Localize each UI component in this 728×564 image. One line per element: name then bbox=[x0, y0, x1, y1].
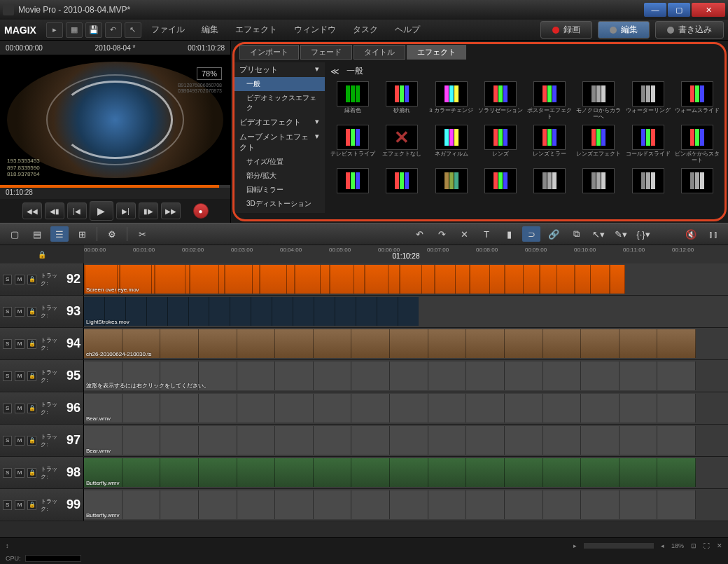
effect-item[interactable]: ソラリゼーション bbox=[478, 81, 523, 121]
effect-item[interactable] bbox=[626, 168, 671, 207]
clip[interactable]: Bear.wmv bbox=[84, 426, 696, 455]
effect-item[interactable]: ウォームスライド bbox=[675, 81, 720, 121]
mute-button[interactable]: M bbox=[15, 500, 24, 510]
solo-button[interactable]: S bbox=[3, 468, 12, 478]
effect-item[interactable] bbox=[330, 168, 375, 207]
effect-item[interactable] bbox=[429, 168, 474, 207]
minimize-button[interactable]: — bbox=[644, 3, 666, 17]
effect-item[interactable]: ネガフィルム bbox=[429, 125, 474, 164]
effect-item[interactable] bbox=[527, 168, 572, 207]
view-mode-4-icon[interactable]: ⊞ bbox=[73, 226, 91, 242]
mute-button[interactable]: M bbox=[15, 468, 24, 478]
group-icon[interactable]: ⧉ bbox=[567, 226, 585, 242]
effect-item[interactable]: コールドスライド bbox=[626, 125, 671, 164]
undo-tl-icon[interactable]: ↶ bbox=[410, 226, 428, 242]
mute-button[interactable]: M bbox=[15, 307, 24, 317]
lock-button[interactable]: 🔒 bbox=[27, 371, 36, 381]
tree-item[interactable]: ビデオミックスエフェク bbox=[234, 91, 325, 115]
lock-button[interactable]: 🔒 bbox=[27, 468, 36, 478]
track-body[interactable]: LightStrokes.mov bbox=[84, 296, 728, 327]
link-icon[interactable]: 🔗 bbox=[545, 226, 563, 242]
track-body[interactable]: Bear.wmv bbox=[84, 392, 728, 424]
menu-file[interactable]: ファイル bbox=[144, 24, 192, 36]
delete-icon[interactable]: ✕ bbox=[455, 226, 473, 242]
fit-icon[interactable]: ⊡ bbox=[691, 542, 696, 549]
track-body[interactable]: Bear.wmv bbox=[84, 425, 728, 456]
tab-fade[interactable]: フェード bbox=[300, 45, 352, 60]
mute-button[interactable]: M bbox=[15, 436, 24, 446]
view-mode-1-icon[interactable]: ▢ bbox=[6, 226, 24, 242]
track-body[interactable]: Butterfly.wmv bbox=[84, 489, 728, 521]
back-icon[interactable]: ≪ bbox=[330, 67, 340, 76]
scissors-icon[interactable]: ✂ bbox=[133, 226, 151, 242]
preview-timebar[interactable]: 01:10:28 bbox=[0, 185, 230, 199]
tree-item[interactable]: プリセット▾ bbox=[234, 62, 325, 77]
cursor-icon[interactable]: ↖ bbox=[125, 22, 141, 38]
marker-icon[interactable]: ▮ bbox=[500, 226, 518, 242]
clip[interactable]: Screen over eye.mov bbox=[84, 265, 625, 294]
prev-frame-button[interactable]: ◀▮ bbox=[45, 202, 64, 219]
goto-end-button[interactable]: ▶▶ bbox=[161, 202, 181, 219]
clip[interactable]: 波形を表示するには右クリックをしてください。 bbox=[84, 362, 696, 390]
mode-burn-button[interactable]: 書き込み bbox=[655, 21, 724, 39]
effect-item[interactable]: ピンボケからスタート bbox=[675, 125, 720, 164]
solo-button[interactable]: S bbox=[3, 500, 12, 510]
lock-button[interactable]: 🔒 bbox=[27, 275, 36, 284]
lock-button[interactable]: 🔒 bbox=[27, 436, 36, 446]
menu-window[interactable]: ウィンドウ bbox=[287, 24, 343, 36]
track-body[interactable]: Screen over eye.mov bbox=[84, 263, 728, 295]
effect-item[interactable]: 縁着色 bbox=[330, 81, 375, 121]
undo-icon[interactable]: ↶ bbox=[105, 22, 122, 38]
solo-button[interactable]: S bbox=[3, 371, 12, 381]
solo-button[interactable]: S bbox=[3, 307, 12, 317]
mute-icon[interactable]: 🔇 bbox=[682, 226, 700, 242]
effect-item[interactable]: ポスターエフェクト bbox=[527, 81, 572, 121]
effect-item[interactable]: ✕エフェクトなし bbox=[379, 125, 424, 164]
lock-button[interactable]: 🔒 bbox=[27, 339, 36, 349]
tree-item[interactable]: 部分/拡大 bbox=[234, 169, 325, 183]
clip[interactable]: Bear.wmv bbox=[84, 394, 696, 422]
mute-button[interactable]: M bbox=[15, 404, 24, 413]
tab-title[interactable]: タイトル bbox=[354, 45, 405, 60]
magnet-icon[interactable]: ⊃ bbox=[522, 226, 540, 242]
clip[interactable]: Butterfly.wmv bbox=[84, 458, 696, 487]
gear-icon[interactable]: ⚙ bbox=[103, 226, 121, 242]
collapse-icon[interactable]: ✕ bbox=[717, 542, 722, 549]
maximize-button[interactable]: ▢ bbox=[668, 3, 690, 17]
bracket-icon[interactable]: {·}▾ bbox=[634, 226, 652, 242]
redo-tl-icon[interactable]: ↷ bbox=[433, 226, 451, 242]
solo-button[interactable]: S bbox=[3, 275, 12, 284]
tree-item[interactable]: 回転/ミラー bbox=[234, 183, 325, 197]
solo-button[interactable]: S bbox=[3, 404, 12, 413]
track-body[interactable]: ch26-20100624-210030.ts bbox=[84, 328, 728, 359]
zoom-in-icon[interactable]: ◂ bbox=[661, 542, 664, 549]
track-body[interactable]: 波形を表示するには右クリックをしてください。 bbox=[84, 360, 728, 392]
effect-item[interactable]: 3 カラーチェンジ bbox=[429, 81, 474, 121]
view-mode-2-icon[interactable]: ▤ bbox=[28, 226, 46, 242]
effect-item[interactable]: レンズ bbox=[478, 125, 523, 164]
open-file-icon[interactable]: ▦ bbox=[66, 22, 83, 38]
expand-icon[interactable]: ⛶ bbox=[704, 542, 710, 549]
save-icon[interactable]: 💾 bbox=[85, 22, 102, 38]
effect-item[interactable]: 砂崩れ bbox=[379, 81, 424, 121]
record-button[interactable]: ● bbox=[193, 203, 209, 219]
view-mode-3-icon[interactable]: ☰ bbox=[50, 226, 69, 242]
mode-edit-button[interactable]: 編集 bbox=[598, 21, 650, 39]
close-button[interactable]: ✕ bbox=[692, 3, 725, 17]
mixer-icon[interactable]: ⫿⫿ bbox=[704, 226, 722, 242]
effect-item[interactable]: ウォーターリング bbox=[626, 81, 671, 121]
step-back-button[interactable]: |◀ bbox=[67, 202, 87, 219]
tree-item[interactable]: 3Dディストーション bbox=[234, 197, 325, 211]
lock-button[interactable]: 🔒 bbox=[27, 500, 36, 510]
menu-task[interactable]: タスク bbox=[346, 24, 385, 36]
mute-button[interactable]: M bbox=[15, 371, 24, 381]
effect-item[interactable] bbox=[576, 168, 621, 207]
step-fwd-button[interactable]: ▶| bbox=[116, 202, 136, 219]
effect-item[interactable] bbox=[478, 168, 523, 207]
effect-item[interactable] bbox=[675, 168, 720, 207]
mute-button[interactable]: M bbox=[15, 275, 24, 284]
solo-button[interactable]: S bbox=[3, 436, 12, 446]
next-frame-button[interactable]: ▮▶ bbox=[139, 202, 158, 219]
new-file-icon[interactable]: ▸ bbox=[46, 22, 63, 38]
mode-record-button[interactable]: 録画 bbox=[540, 21, 592, 39]
